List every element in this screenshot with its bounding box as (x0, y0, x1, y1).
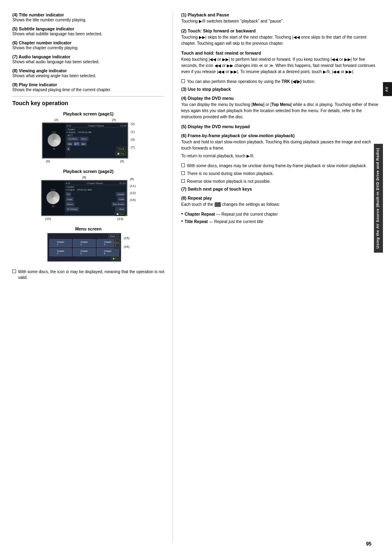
frame-note-3: Reverse slow motion playback is not poss… (181, 179, 380, 184)
frame-note-3-checkbox (181, 179, 185, 183)
callout-4-top: (4) (112, 118, 116, 122)
disc-icon-note-text: With some discs, the icon ⊘ may be displ… (18, 269, 164, 281)
repeat-play-heading: (8) Repeat play (181, 196, 380, 200)
indicator-9: (9) Play time indicator Shows the elapse… (12, 82, 164, 93)
repeat-play-text: Each touch of the changes the settings a… (181, 201, 380, 207)
indicator-7: (7) Audio language indicator Shows what … (12, 54, 164, 65)
callout-2-right: (2) (131, 122, 135, 126)
playback-pause-heading: (1) Playback and Pause (181, 12, 380, 17)
trk-note: You can also perform these operations by… (181, 79, 380, 85)
back-btn-2[interactable]: ← Back (115, 207, 125, 211)
menu-hide-btn[interactable]: 🔲 Hide (111, 257, 120, 260)
indicator-6: (6) Chapter number indicator Shows the c… (12, 40, 164, 51)
menu-screen-section: Menu screen Back ← Chapter1 Chapter2 Cha… (12, 226, 164, 263)
callout-11-right: (11) (130, 184, 136, 188)
callout-10-bottom: (10) (45, 217, 51, 221)
rewind-btn[interactable]: |◀◀ (67, 142, 73, 146)
indicator-4: (4) Title number indicator Shows the tit… (12, 12, 164, 23)
section-switch-next-page: (7) Switch next page of touch keys (181, 187, 380, 191)
menu-btn[interactable]: Menu (80, 137, 88, 141)
indicator-6-label: (6) Chapter number indicator (12, 40, 71, 45)
indicator-8: (8) Viewing angle indicator Shows what v… (12, 68, 164, 79)
indicator-6-desc: Shows the chapter currently playing. (12, 45, 164, 51)
section-dvd-menu: (4) Display the DVD menu You can display… (181, 96, 380, 120)
section-dvd-keypad: (5) Display the DVD menu keypad (181, 124, 380, 129)
chapter-4-cell[interactable]: Chapter4 (49, 248, 72, 256)
hide-btn-2[interactable]: 🔲 Hide (115, 212, 125, 216)
touch-hold-heading: Touch and hold: fast rewind or forward (181, 51, 380, 55)
playback-screen-page1: Playback screen (page1) (2) (4) DVD (12, 111, 164, 163)
playback-screen-1-diagram: DVD 01 ● 01 Chapter Repeat 01:19 (42, 122, 128, 159)
indicator-4-label: (4) Title number indicator (12, 12, 64, 17)
playback-screen-page2: Playback screen (page2) (8) DVD 02 (12, 169, 164, 221)
callout-1-right: (1) (131, 130, 135, 134)
frame-note-3-text: Reverse slow motion playback is not poss… (187, 179, 271, 184)
indicator-8-desc: Shows what viewing angle has been select… (12, 73, 164, 79)
chapter-tab: Using the AV Source (Built-in DVD Drive … (374, 144, 383, 253)
chapter-2-cell[interactable]: Chapter2 (73, 239, 95, 247)
trk-note-checkbox (181, 79, 185, 83)
title-repeat-item: • Title Repeat — Repeat just the current… (181, 219, 380, 225)
section-skip: (2) Touch: Skip forward or backward Touc… (181, 28, 380, 46)
stop-btn[interactable]: ■ (67, 147, 70, 151)
pg-btn[interactable]: PG (66, 192, 71, 196)
top-menu-btn[interactable]: Top Menu (67, 137, 79, 141)
switch-next-page-heading: (7) Switch next page of touch keys (181, 187, 380, 191)
use-stop-heading: (3) Use to stop playback (181, 87, 380, 92)
indicator-9-label: (9) Play time indicator (12, 82, 57, 87)
indicator-4-desc: Shows the title number currently playing… (12, 17, 164, 23)
chapter-repeat-item: • Chapter Repeat — Repeat just the curre… (181, 212, 380, 217)
left-column: (4) Title number indicator Shows the tit… (12, 12, 164, 543)
note-checkbox (12, 269, 16, 273)
dvd-menu-text: You can display the menu by touching [Me… (181, 101, 380, 120)
frame-note-1-checkbox (181, 164, 185, 167)
playback-page1-label: Playback screen (page1) (12, 111, 164, 116)
disc-icon-note: With some discs, the icon ⊘ may be displ… (12, 269, 164, 281)
callout-14-right: (14) (130, 198, 136, 202)
indicator-5-label: (5) Subtitle language indicator (12, 26, 74, 31)
audio-btn[interactable]: Audio (118, 197, 125, 201)
section-playback-pause: (1) Playback and Pause Touching ▶/II swi… (181, 12, 380, 24)
section-frame-playback: (6) Frame-by-frame playback (or slow-mot… (181, 133, 380, 159)
menu-screen-label: Menu screen (12, 226, 164, 231)
hide-btn[interactable]: 🔲 Hide (115, 152, 126, 156)
callout-3-right: (3) (131, 138, 135, 141)
av-settings-btn[interactable]: AV Settings (66, 207, 79, 211)
skip-heading: (2) Touch: Skip forward or backward (181, 28, 380, 33)
dvd-keypad-heading: (5) Display the DVD menu keypad (181, 124, 380, 129)
page-number: 95 (366, 541, 371, 547)
title-repeat-text: Title Repeat — Repeat just the current t… (184, 219, 263, 225)
repeat-bullets: • Chapter Repeat — Repeat just the curre… (181, 212, 380, 225)
section-touch-hold: Touch and hold: fast rewind or forward K… (181, 51, 380, 75)
section-repeat-play: (8) Repeat play Each touch of the change… (181, 196, 380, 207)
right-column: (1) Playback and Pause Touching ▶/II swi… (173, 12, 380, 543)
playback-pause-text: Touching ▶/II switches between "playback… (181, 18, 380, 24)
callout-7-right: (7) (131, 145, 135, 149)
return-btn[interactable]: Return (66, 202, 74, 206)
angle-btn[interactable]: Angle (66, 197, 74, 201)
indicator-5-desc: Shows what subtitle language has been se… (12, 31, 164, 37)
callout-5-bottom: (5) (120, 159, 124, 163)
dvd-menu-heading: (4) Display the DVD menu (181, 96, 380, 101)
frame-playback-heading: (6) Frame-by-frame playback (or slow-mot… (181, 133, 380, 138)
section-use-stop: (3) Use to stop playback (181, 87, 380, 92)
indicator-7-label: (7) Audio language indicator (12, 54, 70, 59)
trk-note-text: You can also perform these operations by… (187, 79, 315, 85)
callout-9-right: (9) (130, 177, 136, 181)
chapter-5-cell[interactable]: Chapter5 (73, 248, 95, 256)
play-pause-btn[interactable]: ▶/II (74, 142, 79, 146)
frame-note-2-text: There is no sound during slow motion pla… (187, 171, 274, 177)
frame-note-1-text: With some discs, images may be unclear d… (187, 163, 367, 169)
chapter-1-cell[interactable]: Chapter1 (49, 239, 72, 247)
av-tab: AV (383, 82, 392, 96)
subtitle-btn[interactable]: Subtitle (116, 192, 125, 196)
frame-playback-notes: With some discs, images may be unclear d… (181, 163, 380, 184)
bullet-dot-1: • (181, 212, 183, 216)
callout-12-right: (12) (130, 191, 136, 195)
ff-btn[interactable]: ▶▶| (81, 142, 87, 146)
disp-search-btn[interactable]: Disp Search (112, 202, 125, 206)
menu-screen-diagram: Back ← Chapter1 Chapter2 Chapter3 Chapte… (47, 233, 121, 262)
next-btn[interactable]: Next ▶ (116, 147, 126, 151)
skip-text: Touching ▶▶| skips to the start of the n… (181, 34, 380, 46)
indicator-8-label: (8) Viewing angle indicator (12, 68, 67, 73)
